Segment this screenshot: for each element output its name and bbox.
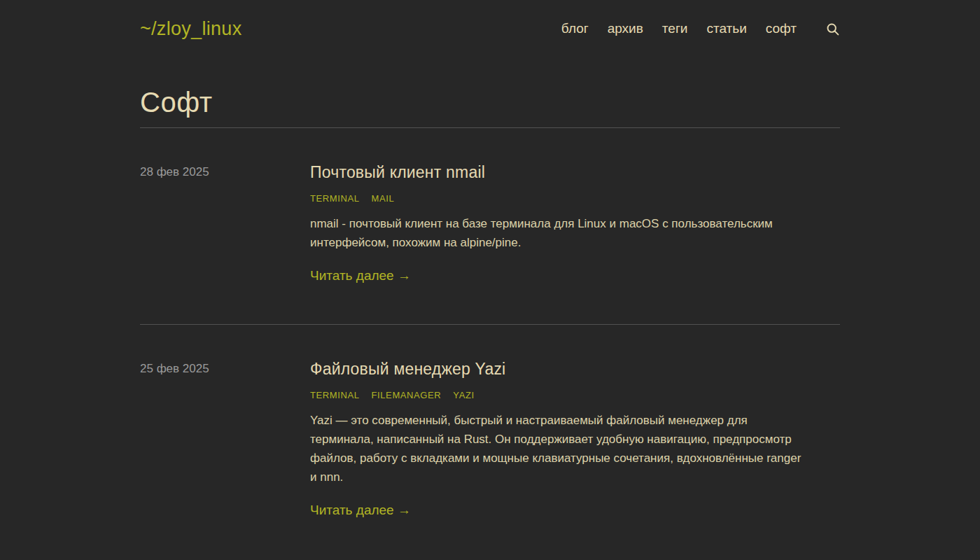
tag-terminal[interactable]: TERMINAL: [310, 390, 360, 400]
read-more-link[interactable]: Читать далее →: [310, 268, 411, 284]
post-excerpt: nmail - почтовый клиент на базе терминал…: [310, 214, 808, 252]
post-body: Файловый менеджер Yazi TERMINAL FILEMANA…: [310, 360, 840, 518]
search-button[interactable]: [825, 22, 840, 36]
tag-filemanager[interactable]: FILEMANAGER: [372, 390, 442, 400]
post-date: 28 фев 2025: [140, 163, 310, 284]
post-item-yazi: 25 фев 2025 Файловый менеджер Yazi TERMI…: [140, 325, 840, 559]
post-excerpt: Yazi — это современный, быстрый и настра…: [310, 411, 808, 486]
read-more-link[interactable]: Читать далее →: [310, 503, 411, 518]
tag-terminal[interactable]: TERMINAL: [310, 193, 360, 204]
post-title: Почтовый клиент nmail: [310, 163, 840, 182]
nav-item-archive[interactable]: архив: [608, 21, 643, 36]
page-container: ~/zloy_linux блог архив теги статьи софт…: [140, 0, 840, 559]
post-body: Почтовый клиент nmail TERMINAL MAIL nmai…: [310, 163, 840, 284]
site-header: ~/zloy_linux блог архив теги статьи софт: [140, 0, 840, 43]
nav-item-articles[interactable]: статьи: [706, 21, 746, 36]
page-title: Софт: [140, 87, 840, 118]
site-title-link[interactable]: ~/zloy_linux: [140, 18, 241, 40]
search-icon: [825, 22, 840, 36]
post-tags: TERMINAL MAIL: [310, 193, 840, 204]
nav-item-blog[interactable]: блог: [561, 21, 589, 36]
nav-item-tags[interactable]: теги: [662, 21, 688, 36]
post-date: 25 фев 2025: [140, 360, 310, 518]
post-item-nmail: 28 фев 2025 Почтовый клиент nmail TERMIN…: [140, 128, 840, 325]
tag-mail[interactable]: MAIL: [372, 193, 395, 204]
post-title-link[interactable]: Файловый менеджер Yazi: [310, 360, 505, 378]
tag-yazi[interactable]: YAZI: [453, 390, 474, 400]
post-tags: TERMINAL FILEMANAGER YAZI: [310, 390, 840, 400]
post-title: Файловый менеджер Yazi: [310, 360, 840, 379]
main-nav: блог архив теги статьи софт: [561, 21, 840, 36]
nav-item-soft[interactable]: софт: [766, 21, 797, 36]
post-title-link[interactable]: Почтовый клиент nmail: [310, 163, 485, 181]
